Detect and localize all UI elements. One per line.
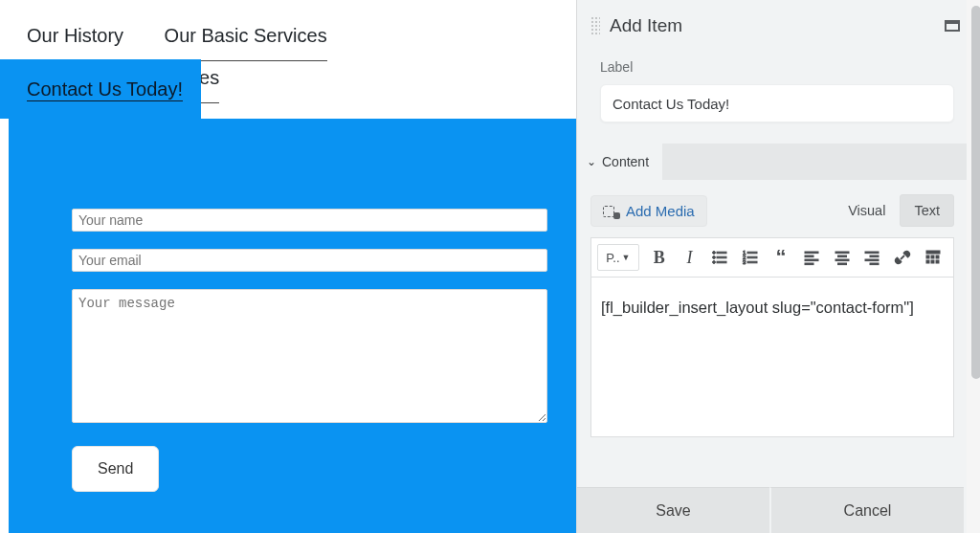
tab-contact-us[interactable]: Contact Us Today! bbox=[27, 78, 183, 101]
tab-our-history[interactable]: Our History bbox=[27, 19, 123, 61]
editor-toolbar: P..▼ B I 123 “ bbox=[590, 237, 954, 277]
svg-rect-9 bbox=[747, 256, 757, 258]
svg-rect-11 bbox=[747, 261, 757, 263]
content-section-tab[interactable]: ⌄ Content bbox=[577, 144, 663, 180]
visual-mode-tab[interactable]: Visual bbox=[834, 194, 900, 227]
svg-rect-7 bbox=[747, 252, 757, 254]
text-mode-tab[interactable]: Text bbox=[900, 194, 954, 227]
message-textarea[interactable] bbox=[72, 289, 547, 423]
svg-point-2 bbox=[713, 256, 716, 259]
svg-rect-20 bbox=[865, 252, 879, 254]
cancel-button[interactable]: Cancel bbox=[769, 487, 964, 533]
settings-panel: Add Item Label ⌄ Content Add Media Visua… bbox=[576, 0, 977, 533]
svg-rect-28 bbox=[926, 260, 929, 263]
label-field-group: Label bbox=[577, 54, 977, 134]
blockquote-button[interactable]: “ bbox=[767, 244, 795, 271]
editor-content-area[interactable]: [fl_builder_insert_layout slug="contact-… bbox=[590, 277, 954, 437]
toolbar-toggle-button[interactable] bbox=[919, 244, 947, 271]
svg-text:3: 3 bbox=[743, 259, 746, 265]
tab-content-panel: Send bbox=[9, 119, 576, 533]
expand-window-icon[interactable] bbox=[945, 20, 960, 32]
panel-header: Add Item bbox=[577, 0, 977, 54]
editor-mode-tabs: Visual Text bbox=[834, 194, 954, 227]
svg-rect-23 bbox=[870, 263, 879, 265]
svg-rect-13 bbox=[805, 255, 813, 257]
svg-rect-27 bbox=[936, 255, 939, 258]
align-right-button[interactable] bbox=[858, 244, 887, 271]
svg-rect-12 bbox=[805, 252, 818, 254]
svg-rect-14 bbox=[805, 259, 818, 261]
save-button[interactable]: Save bbox=[577, 487, 769, 533]
svg-rect-26 bbox=[931, 255, 934, 258]
media-icon bbox=[603, 204, 618, 217]
svg-rect-21 bbox=[870, 255, 879, 257]
svg-rect-24 bbox=[926, 251, 940, 254]
label-input[interactable] bbox=[600, 84, 954, 122]
drag-handle-icon[interactable] bbox=[590, 16, 600, 35]
content-section-label: Content bbox=[602, 154, 649, 169]
content-section-row[interactable]: ⌄ Content bbox=[577, 144, 977, 180]
svg-point-0 bbox=[713, 252, 716, 255]
svg-rect-3 bbox=[717, 256, 726, 258]
page-preview: Our History Our Basic Services Our Premi… bbox=[0, 0, 576, 533]
paragraph-dropdown[interactable]: P..▼ bbox=[597, 244, 639, 271]
name-input[interactable] bbox=[72, 209, 547, 232]
bold-button[interactable]: B bbox=[645, 244, 674, 271]
italic-button[interactable]: I bbox=[676, 244, 704, 271]
contact-form: Send bbox=[72, 209, 547, 492]
add-media-button[interactable]: Add Media bbox=[590, 195, 707, 227]
editor-wrap: Add Media Visual Text P..▼ B I 123 “ bbox=[577, 180, 977, 437]
tab-active-wrap: Contact Us Today! bbox=[0, 59, 201, 119]
scrollbar-track[interactable] bbox=[967, 0, 980, 533]
add-media-label: Add Media bbox=[626, 203, 695, 219]
svg-rect-16 bbox=[835, 252, 849, 254]
scrollbar-thumb[interactable] bbox=[971, 6, 980, 379]
svg-rect-19 bbox=[837, 263, 846, 265]
numbered-list-button[interactable]: 123 bbox=[736, 244, 765, 271]
panel-footer: Save Cancel bbox=[577, 487, 964, 533]
svg-rect-29 bbox=[931, 260, 934, 263]
panel-title: Add Item bbox=[610, 15, 945, 36]
bullet-list-button[interactable] bbox=[705, 244, 734, 271]
svg-rect-25 bbox=[926, 255, 929, 258]
svg-rect-1 bbox=[717, 252, 726, 254]
svg-rect-22 bbox=[865, 259, 879, 261]
svg-rect-15 bbox=[805, 263, 813, 265]
send-button[interactable]: Send bbox=[72, 446, 159, 492]
media-row: Add Media Visual Text bbox=[590, 191, 954, 230]
svg-rect-18 bbox=[835, 259, 849, 261]
svg-rect-17 bbox=[837, 255, 846, 257]
svg-rect-30 bbox=[936, 260, 939, 263]
svg-rect-5 bbox=[717, 261, 726, 263]
paragraph-dropdown-label: P.. bbox=[606, 251, 619, 265]
chevron-down-icon: ⌄ bbox=[587, 155, 596, 168]
svg-point-4 bbox=[713, 261, 716, 264]
tab-basic-services[interactable]: Our Basic Services bbox=[165, 19, 327, 61]
align-left-button[interactable] bbox=[797, 244, 826, 271]
label-field-label: Label bbox=[600, 59, 954, 75]
email-input[interactable] bbox=[72, 249, 547, 272]
align-center-button[interactable] bbox=[828, 244, 857, 271]
link-button[interactable] bbox=[888, 244, 917, 271]
